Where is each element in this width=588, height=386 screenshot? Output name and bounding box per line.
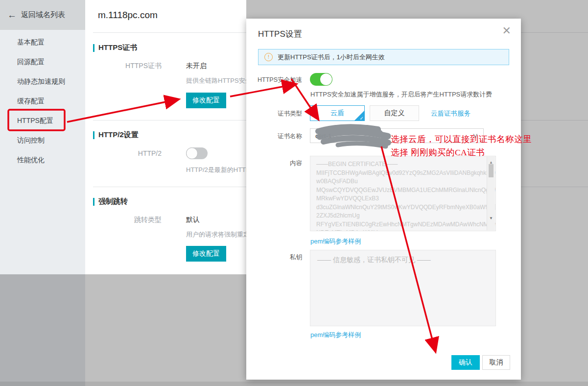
toggle-knob [186, 147, 198, 159]
section-accent-bar [93, 44, 94, 52]
https-accel-toggle[interactable] [310, 73, 332, 86]
http2-row-label: HTTP/2 [98, 149, 162, 157]
cert-line: w0BAQsFADBu [316, 177, 484, 186]
section-title: 强制跳转 [98, 197, 128, 206]
section-accent-bar [93, 198, 94, 206]
https-cert-status: 未开启 [186, 62, 207, 71]
scrollbar-thumb[interactable] [489, 164, 494, 177]
cert-line: 2ZXJ5d2hlcmUg [316, 212, 484, 220]
private-key-placeholder: —— 信息敏感，证书私钥不可见 —— [317, 256, 431, 264]
https-cert-row-label: HTTPS证书 [98, 62, 162, 71]
sidebar-item-basic[interactable]: 基本配置 [0, 32, 85, 52]
cert-type-option-custom[interactable]: 自定义 [370, 105, 419, 121]
section-https-cert: HTTPS证书 [93, 43, 137, 52]
pem-sample-link-key[interactable]: pem编码参考样例 [310, 331, 361, 339]
back-label: 返回域名列表 [21, 10, 65, 20]
back-arrow-icon: ← [7, 10, 17, 21]
page-root: ← 返回域名列表 基本配置 回源配置 动静态加速规则 缓存配置 HTTPS配置 … [0, 0, 588, 386]
modify-config-button-https[interactable]: 修改配置 [186, 93, 226, 108]
bottom-edge-strip [0, 382, 588, 386]
sidebar-item-https[interactable]: HTTPS配置 [0, 111, 85, 130]
private-key-textarea[interactable]: —— 信息敏感，证书私钥不可见 —— [310, 250, 496, 326]
scroll-down-icon[interactable]: ▼ [487, 214, 495, 223]
close-icon[interactable]: ✕ [502, 25, 511, 36]
option-label: 云盾 [330, 109, 344, 118]
confirm-button[interactable]: 确认 [451, 355, 480, 370]
cert-line: ——BEGIN CERTIFICATE—— [316, 160, 484, 169]
sidebar-item-origin[interactable]: 回源配置 [0, 52, 85, 72]
cert-line: MQswCQYDVQQGEwJVUzEVMBMGA1UEChMMRGlnaUNl… [316, 186, 484, 195]
sidebar-item-perf[interactable]: 性能优化 [0, 150, 85, 169]
toggle-knob [320, 73, 332, 85]
section-title: HTTP/2设置 [98, 130, 139, 140]
cert-type-label: 证书类型 [248, 110, 302, 118]
redirect-value: 默认 [186, 216, 200, 224]
section-title: HTTPS证书 [98, 43, 137, 52]
modify-config-button-redirect[interactable]: 修改配置 [186, 246, 226, 262]
cert-line: MIIFjTCCBHWgAwIBAgIQBv0d92YzQ9sZMG2AsVIl… [316, 169, 484, 178]
cert-line: d3cuZGlnaWNlcnQuY29tMS0wKwYDVQQDEyRFbmNy… [316, 203, 484, 212]
content-label: 内容 [248, 159, 302, 168]
http2-toggle[interactable] [186, 147, 208, 159]
accel-label: HTTPS安全加速 [248, 76, 302, 84]
cert-name-value: cert-1 [315, 132, 331, 140]
modal-title: HTTPS设置 [258, 28, 302, 40]
scrollbar[interactable]: ▲ ▼ [487, 157, 495, 230]
yundun-cert-service-link[interactable]: 云盾证书服务 [431, 109, 470, 118]
cert-line: MRkwFwYDVQQLExB3 [316, 194, 484, 203]
sidebar-item-cache[interactable]: 缓存配置 [0, 91, 85, 111]
redirect-row-label: 跳转类型 [98, 216, 162, 224]
cert-line: NDEzMTIwMDAwWjAV [316, 229, 484, 231]
info-icon: ! [264, 53, 273, 61]
sidebar-item-accel-rules[interactable]: 动静态加速规则 [0, 72, 85, 91]
cert-type-option-yundun[interactable]: 云盾 ✓ [310, 105, 365, 121]
banner-text: 更新HTTPS证书后，1小时后全网生效 [278, 53, 385, 62]
modal-overlay-bottom-left [0, 274, 246, 386]
cert-line: RFYgVExTIENBIC0gRzEwHhcNMTgwNDEzMDAwMDAw… [316, 220, 484, 229]
cert-name-label: 证书名称 [248, 132, 302, 141]
page-title: m.1118pc.com [98, 10, 158, 21]
section-accent-bar [93, 131, 94, 139]
chevron-down-icon: ∨ [472, 132, 479, 139]
redirect-desc: 用户的请求将强制重定向 [186, 230, 256, 239]
check-icon: ✓ [360, 116, 364, 121]
back-to-domain-list[interactable]: ← 返回域名列表 [0, 0, 85, 30]
section-redirect: 强制跳转 [93, 197, 128, 206]
info-banner: ! 更新HTTPS证书后，1小时后全网生效 [258, 49, 509, 65]
cert-content-textarea[interactable]: ——BEGIN CERTIFICATE—— MIIFjTCCBHWgAwIBAg… [310, 156, 496, 231]
sidebar-item-access[interactable]: 访问控制 [0, 130, 85, 150]
cert-name-select[interactable]: cert-1 ∨ [310, 128, 484, 143]
accel-desc: HTTPS安全加速属于增值服务，开启后将产生HTTPS请求数计费 [310, 90, 492, 99]
https-settings-modal: HTTPS设置 ✕ ! 更新HTTPS证书后，1小时后全网生效 HTTPS安全加… [246, 19, 521, 380]
option-label: 自定义 [384, 109, 405, 118]
cancel-button[interactable]: 取消 [482, 355, 510, 370]
section-http2: HTTP/2设置 [93, 130, 139, 140]
pem-sample-link-content[interactable]: pem编码参考样例 [310, 237, 361, 246]
private-key-label: 私钥 [248, 253, 302, 262]
